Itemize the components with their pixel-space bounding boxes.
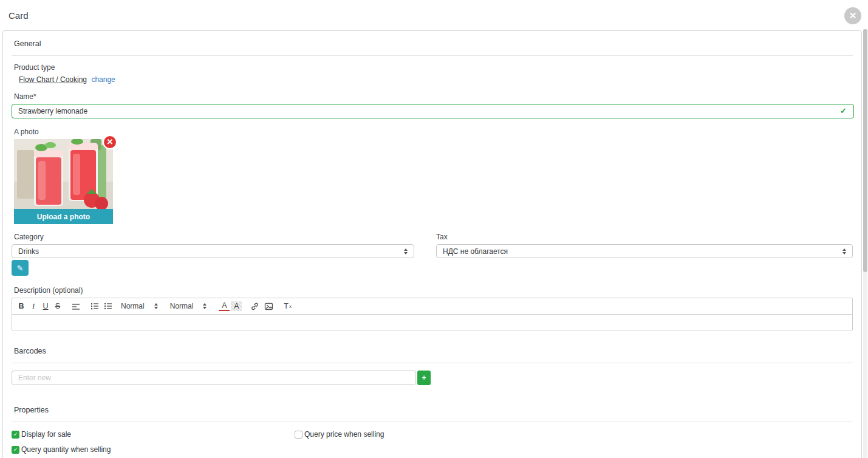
- valid-check-icon: ✓: [840, 106, 847, 115]
- checkbox-label: Display for sale: [21, 430, 71, 439]
- product-type-value-link[interactable]: Flow Chart / Cooking: [19, 75, 87, 84]
- chevron-updown-icon: [404, 248, 408, 255]
- editor-toolbar: B I U S Normal Normal: [12, 298, 852, 314]
- description-label: Description (optional): [12, 286, 853, 295]
- barcode-input[interactable]: [12, 371, 416, 385]
- general-section-title: General: [12, 31, 853, 56]
- properties-section-title: Properties: [12, 397, 853, 422]
- chevron-updown-icon: [203, 303, 207, 309]
- underline-button[interactable]: U: [40, 300, 51, 312]
- card-form-panel: General Product type Flow Chart / Cookin…: [2, 30, 862, 458]
- link-icon[interactable]: [248, 300, 261, 312]
- scrollbar-thumb[interactable]: [863, 29, 867, 272]
- align-icon[interactable]: [70, 300, 82, 312]
- highlight-color-button[interactable]: A: [231, 301, 242, 311]
- close-icon[interactable]: ✕: [844, 7, 861, 24]
- upload-photo-button[interactable]: Upload a photo: [14, 209, 113, 224]
- insert-image-icon[interactable]: [262, 300, 275, 312]
- pencil-icon: ✎: [17, 264, 24, 273]
- font-value: Normal: [170, 302, 194, 310]
- checkbox-label: Query price when selling: [304, 430, 384, 439]
- size-picker[interactable]: Normal: [121, 302, 158, 310]
- checkbox-icon: ✓: [12, 431, 19, 439]
- chevron-updown-icon: [154, 303, 158, 309]
- checkbox-icon: ✓: [12, 446, 19, 454]
- category-select[interactable]: Drinks: [12, 244, 414, 258]
- checkbox-query-quantity[interactable]: ✓ Query quantity when selling: [12, 445, 111, 454]
- ordered-list-icon[interactable]: [89, 300, 101, 312]
- dialog-header: Card ✕: [0, 0, 868, 30]
- font-picker[interactable]: Normal: [170, 302, 207, 310]
- checkbox-display-for-sale[interactable]: ✓ Display for sale: [12, 430, 295, 439]
- name-input[interactable]: [12, 104, 854, 118]
- category-value: Drinks: [18, 247, 404, 256]
- description-textarea[interactable]: [12, 314, 852, 330]
- product-type-change-link[interactable]: change: [91, 75, 115, 84]
- edit-category-button[interactable]: ✎: [12, 260, 29, 276]
- tax-label: Tax: [436, 233, 853, 241]
- product-photo: [14, 139, 113, 209]
- page-title: Card: [9, 10, 29, 21]
- tax-select[interactable]: НДС не облагается: [436, 244, 853, 258]
- category-label: Category: [12, 233, 414, 241]
- product-card-dialog: Card ✕ General Product type Flow Chart /…: [0, 0, 868, 458]
- add-barcode-button[interactable]: +: [417, 371, 431, 385]
- barcodes-section-title: Barcodes: [12, 338, 853, 363]
- tax-value: НДС не облагается: [443, 247, 842, 256]
- photo-label: A photo: [12, 128, 853, 136]
- checkbox-query-price[interactable]: Query price when selling: [295, 430, 384, 439]
- bold-button[interactable]: B: [16, 300, 27, 312]
- product-type-label: Product type: [14, 63, 853, 72]
- clear-format-button[interactable]: Tx: [282, 300, 293, 312]
- checkbox-icon: [295, 431, 302, 439]
- bullet-list-icon[interactable]: [102, 300, 114, 312]
- chevron-updown-icon: [842, 248, 846, 255]
- text-color-button[interactable]: A: [219, 301, 230, 311]
- photo-widget: Upload a photo ✕: [14, 139, 113, 224]
- name-label: Name*: [12, 92, 853, 101]
- description-editor: B I U S Normal Normal: [12, 298, 853, 330]
- checkbox-label: Query quantity when selling: [21, 445, 111, 454]
- delete-photo-icon[interactable]: ✕: [103, 135, 117, 149]
- size-value: Normal: [121, 302, 145, 310]
- strikethrough-button[interactable]: S: [52, 300, 63, 312]
- italic-button[interactable]: I: [28, 300, 39, 312]
